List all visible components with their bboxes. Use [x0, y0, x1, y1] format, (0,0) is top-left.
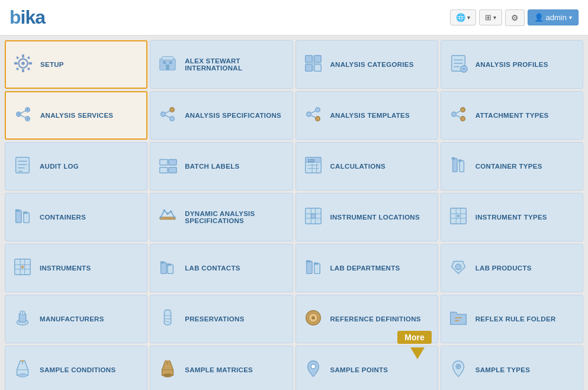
- sample-points-icon: [303, 359, 323, 381]
- tile-analysis-profiles[interactable]: ANALYSIS PROFILES: [441, 40, 583, 89]
- tile-reflex-rule-folder[interactable]: REFLEX RULE FOLDER: [441, 295, 583, 343]
- svg-rect-101: [160, 262, 165, 264]
- svg-rect-11: [162, 57, 173, 60]
- batch-labels-icon: [158, 155, 178, 178]
- batch-labels-label: BATCH LABELS: [185, 163, 239, 170]
- admin-button[interactable]: 👤 admin ▾: [528, 9, 579, 25]
- globe-button[interactable]: 🌐 ▾: [450, 9, 476, 25]
- svg-line-45: [311, 115, 316, 118]
- tile-analysis-specifications[interactable]: ANALYSIS SPECIFICATIONS: [150, 91, 293, 140]
- logo[interactable]: bika: [9, 7, 45, 28]
- containers-icon: [12, 206, 33, 228]
- tile-analysis-templates[interactable]: ANALYSIS TEMPLATES: [295, 91, 438, 140]
- svg-rect-15: [305, 56, 311, 62]
- svg-point-47: [461, 108, 465, 112]
- svg-text:123: 123: [307, 159, 314, 163]
- svg-rect-100: [168, 265, 173, 273]
- tile-preservations[interactable]: PRESERVATIONS: [150, 295, 293, 343]
- svg-rect-6: [16, 56, 19, 59]
- tile-manufacturers[interactable]: MANUFACTURERS: [5, 295, 147, 343]
- svg-point-79: [170, 211, 172, 213]
- user-icon: 👤: [534, 13, 544, 22]
- svg-rect-74: [23, 211, 28, 214]
- manufacturers-label: MANUFACTURERS: [40, 315, 104, 323]
- svg-point-48: [461, 117, 465, 121]
- instruments-icon: [12, 257, 33, 279]
- svg-rect-5: [28, 62, 32, 65]
- analysis-categories-label: ANALYSIS CATEGORIES: [330, 61, 414, 68]
- tile-containers[interactable]: CONTAINERS: [5, 193, 147, 241]
- analysis-specifications-label: ANALYSIS SPECIFICATIONS: [185, 112, 281, 119]
- tile-setup[interactable]: SETUP: [5, 40, 147, 89]
- svg-rect-7: [27, 56, 30, 59]
- svg-rect-99: [161, 262, 166, 273]
- svg-rect-92: [457, 215, 460, 217]
- tile-analysis-services[interactable]: ANALYSIS SERVICES: [5, 91, 147, 140]
- tile-analysis-categories[interactable]: ANALYSIS CATEGORIES: [295, 40, 438, 89]
- svg-point-124: [163, 374, 172, 378]
- tile-alex-stewart[interactable]: ALEX STEWART INTERNATIONAL: [150, 40, 293, 89]
- settings-button[interactable]: ⚙: [505, 9, 525, 26]
- tile-sample-conditions[interactable]: SAMPLE CONDITIONS: [5, 346, 147, 390]
- sample-conditions-icon: [12, 359, 33, 381]
- svg-rect-8: [16, 67, 19, 70]
- grid-dropdown-icon: ▾: [493, 14, 496, 21]
- tile-lab-contacts[interactable]: LAB CONTACTS: [150, 244, 293, 292]
- setup-icon: [13, 53, 33, 76]
- globe-dropdown-icon: ▾: [467, 14, 470, 21]
- admin-dropdown-icon: ▾: [569, 14, 572, 21]
- svg-rect-17: [305, 65, 311, 71]
- svg-rect-68: [460, 160, 464, 172]
- svg-rect-71: [16, 211, 21, 223]
- tile-container-types[interactable]: CONTAINER TYPES: [441, 142, 583, 191]
- tile-audit-log[interactable]: AUDIT LOG: [5, 142, 147, 191]
- svg-point-46: [451, 112, 456, 117]
- svg-rect-72: [24, 212, 29, 223]
- tile-lab-products[interactable]: LAB PRODUCTS: [441, 244, 583, 292]
- svg-rect-13: [169, 61, 172, 64]
- tile-attachment-types[interactable]: ATTACHMENT TYPES: [441, 91, 583, 140]
- sample-types-label: SAMPLE TYPES: [475, 366, 530, 373]
- analysis-templates-label: ANALYSIS TEMPLATES: [330, 112, 410, 119]
- audit-log-label: AUDIT LOG: [40, 163, 79, 170]
- svg-rect-102: [167, 263, 171, 266]
- analysis-categories-icon: [303, 53, 323, 76]
- svg-point-76: [160, 216, 162, 218]
- analysis-services-icon: [13, 104, 33, 127]
- lab-products-icon: [448, 257, 468, 279]
- tile-instrument-types[interactable]: INSTRUMENT TYPES: [441, 193, 583, 241]
- svg-rect-104: [314, 263, 319, 273]
- container-types-label: CONTAINER TYPES: [475, 163, 542, 170]
- analysis-services-label: ANALYSIS SERVICES: [40, 112, 113, 119]
- instrument-locations-label: INSTRUMENT LOCATIONS: [330, 214, 420, 221]
- tile-sample-matrices[interactable]: SAMPLE MATRICES: [150, 346, 293, 390]
- analysis-templates-icon: [303, 104, 323, 127]
- tile-calculations[interactable]: 123 CALCULATIONS: [295, 142, 438, 191]
- tile-instrument-locations[interactable]: INSTRUMENT LOCATIONS: [295, 193, 438, 241]
- svg-rect-106: [313, 262, 318, 265]
- svg-rect-103: [306, 262, 311, 274]
- svg-point-98: [21, 266, 24, 269]
- svg-point-1: [21, 62, 25, 65]
- svg-rect-18: [314, 65, 320, 71]
- svg-rect-56: [160, 160, 168, 165]
- grid-button[interactable]: ⊞ ▾: [479, 9, 502, 25]
- tile-sample-types[interactable]: SAMPLE TYPES: [441, 346, 583, 390]
- tile-grid: SETUP ALEX STEWART INTERNATIONAL: [5, 40, 583, 390]
- tile-reference-definitions[interactable]: REFERENCE DEFINITIONS More: [295, 295, 438, 343]
- svg-rect-105: [306, 260, 310, 263]
- manufacturers-icon: [12, 308, 33, 330]
- preservations-label: PRESERVATIONS: [185, 315, 244, 323]
- svg-rect-75: [160, 217, 175, 220]
- svg-rect-73: [15, 209, 20, 212]
- tile-dynamic-analysis-specs[interactable]: DYNAMIC ANALYSIS SPECIFICATIONS: [150, 193, 293, 241]
- calculations-label: CALCULATIONS: [330, 163, 385, 170]
- reference-definitions-label: REFERENCE DEFINITIONS: [330, 315, 421, 323]
- tile-lab-departments[interactable]: LAB DEPARTMENTS: [295, 244, 438, 292]
- preservations-icon: [158, 308, 178, 330]
- analysis-profiles-label: ANALYSIS PROFILES: [475, 61, 548, 68]
- svg-line-50: [456, 115, 461, 118]
- tile-instruments[interactable]: INSTRUMENTS: [5, 244, 147, 292]
- svg-rect-58: [169, 160, 176, 165]
- tile-batch-labels[interactable]: BATCH LABELS: [150, 142, 293, 191]
